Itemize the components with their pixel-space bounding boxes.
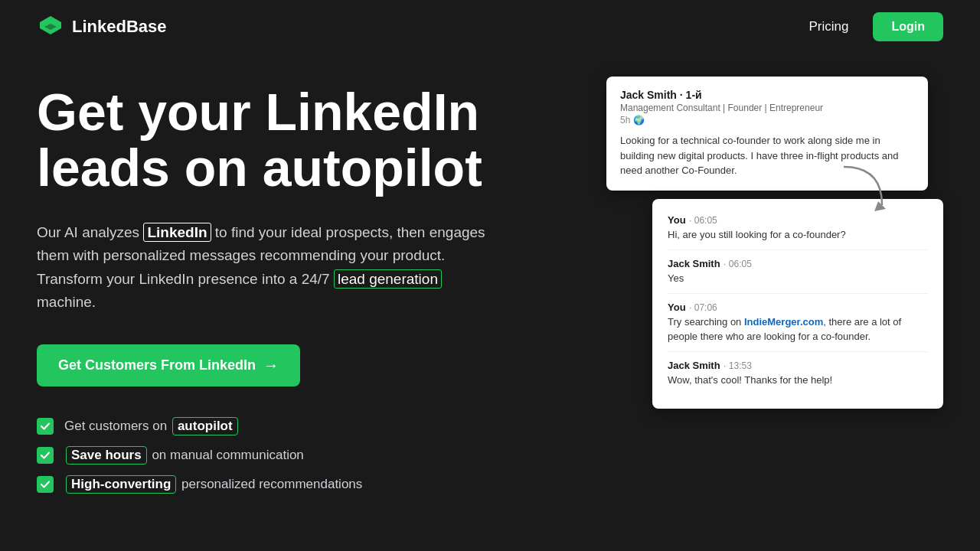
cta-button[interactable]: Get Customers From LinkedIn → (37, 344, 300, 386)
msg-text-1: Hi, are you still looking for a co-found… (668, 228, 928, 242)
message-row-4: Jack Smith · 13:53 Wow, that's cool! Tha… (668, 358, 928, 387)
msg-text-2: Yes (668, 272, 928, 285)
msg-divider (668, 293, 928, 294)
message-card: You · 06:05 Hi, are you still looking fo… (652, 199, 943, 409)
list-item: Get customers on autopilot (37, 417, 496, 435)
cta-button-label: Get Customers From LinkedIn (58, 357, 256, 373)
checklist-item-2-text: Save hours on manual communication (64, 446, 304, 465)
msg-sender-2: Jack Smith (668, 258, 720, 269)
autopilot-badge: autopilot (172, 417, 238, 435)
linkedin-highlight: LinkedIn (143, 223, 211, 242)
post-author-name: Jack Smith · 1-й (620, 89, 914, 101)
curved-arrow-icon (836, 159, 897, 220)
list-item: Save hours on manual communication (37, 446, 496, 465)
save-hours-badge: Save hours (66, 446, 147, 465)
arrow-icon: → (263, 357, 279, 374)
indie-merger-link[interactable]: IndieMerger.com (744, 316, 823, 328)
post-time: 5h 🌍 (620, 115, 914, 126)
high-converting-badge: High-converting (66, 475, 176, 494)
hero-right-visual: Jack Smith · 1-й Management Consultant |… (606, 77, 943, 191)
checklist: Get customers on autopilot Save hours on… (37, 417, 496, 494)
post-header: Jack Smith · 1-й Management Consultant |… (620, 89, 914, 126)
checklist-item-3-text: High-converting personalized recommendat… (64, 475, 362, 494)
msg-time-1: · 06:05 (689, 215, 717, 226)
logo-text: LinkedBase (72, 17, 167, 37)
list-item: High-converting personalized recommendat… (37, 475, 496, 494)
logo-icon (37, 13, 64, 41)
message-row-2: Jack Smith · 06:05 Yes (668, 256, 928, 285)
msg-sender-4: Jack Smith (668, 360, 720, 371)
checkmark-icon (37, 476, 54, 493)
post-author-title: Management Consultant | Founder | Entrep… (620, 103, 914, 113)
msg-time-3: · 07:06 (689, 302, 717, 313)
hero-section: Get your LinkedIn leads on autopilot Our… (0, 54, 980, 494)
nav-right: Pricing Login (808, 12, 943, 41)
msg-divider (668, 249, 928, 250)
logo[interactable]: LinkedBase (37, 13, 167, 41)
arrow-connector (836, 159, 897, 223)
svg-marker-2 (874, 201, 886, 211)
login-button[interactable]: Login (873, 12, 943, 41)
msg-sender-3: You (668, 302, 686, 313)
pricing-link[interactable]: Pricing (808, 19, 848, 34)
msg-divider (668, 351, 928, 352)
checkmark-icon (37, 418, 54, 435)
lead-gen-highlight: lead generation (334, 269, 442, 289)
msg-text-3: Try searching on IndieMerger.com, there … (668, 315, 928, 343)
msg-text-4: Wow, that's cool! Thanks for the help! (668, 373, 928, 387)
msg-time-4: · 13:53 (724, 360, 752, 371)
msg-sender-1: You (668, 214, 686, 226)
checklist-item-1-text: Get customers on autopilot (64, 417, 240, 435)
hero-title: Get your LinkedIn leads on autopilot (37, 84, 496, 197)
hero-left: Get your LinkedIn leads on autopilot Our… (37, 84, 496, 494)
msg-time-2: · 06:05 (724, 259, 752, 269)
hero-description: Our AI analyzes LinkedIn to find your id… (37, 221, 496, 315)
message-row-3: You · 07:06 Try searching on IndieMerger… (668, 300, 928, 343)
checkmark-icon (37, 447, 54, 464)
